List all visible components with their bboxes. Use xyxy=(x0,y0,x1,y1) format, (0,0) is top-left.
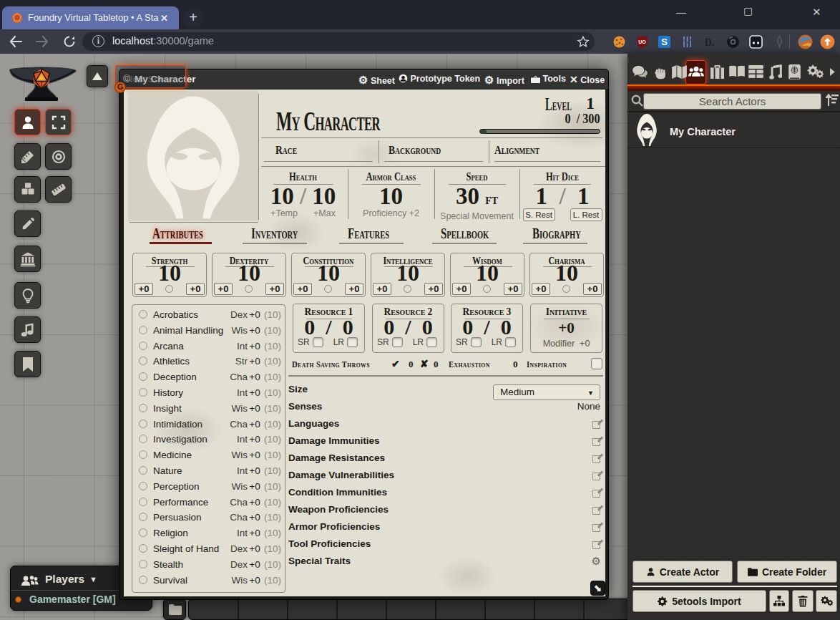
svg-text:UO: UO xyxy=(638,39,646,44)
svg-text:S: S xyxy=(661,37,668,47)
svg-text:D.: D. xyxy=(705,37,715,48)
